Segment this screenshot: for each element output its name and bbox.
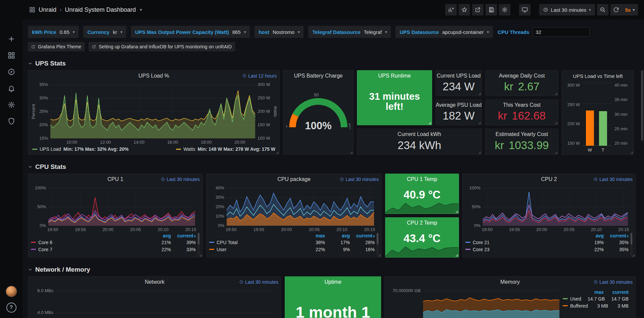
zoom-out-button[interactable] [597,4,608,15]
svg-text:6.0 MBs: 6.0 MBs [37,288,53,293]
time-range-picker[interactable]: Last 30 minutes ▾ [539,4,595,15]
panel-title[interactable]: UPS Runtime [378,73,411,79]
section-ups-stats[interactable]: UPS Stats [28,59,639,67]
tv-mode-button[interactable] [519,4,531,15]
sidebar-alerting-button[interactable] [4,82,19,95]
clock-icon [594,280,598,284]
cpu1-chart[interactable]: 100%50%0%19:5019:5520:0020:0520:1020:15 [31,185,200,232]
svg-text:200 W: 200 W [258,109,270,114]
bar-time-left[interactable] [599,111,607,146]
section-network-memory[interactable]: Network / Memory [28,266,639,274]
breadcrumb-dashboard-title[interactable]: Unraid System Dashboard [65,6,136,13]
panel-resize-handle[interactable] [455,254,458,257]
cpu2-chart[interactable]: 100%50%0%19:5019:5520:0020:0520:1020:15 [465,185,633,232]
caret-down-icon[interactable]: ▾ [140,7,142,12]
panel-title[interactable]: UPS Load vs Time left [573,73,623,79]
sidebar-dashboards-button[interactable] [4,49,19,62]
panel-resize-handle[interactable] [378,254,381,257]
panel-title[interactable]: Average PSU Load [436,102,482,108]
panel-resize-handle[interactable] [478,151,481,154]
save-dashboard-button[interactable] [486,4,497,15]
refresh-interval-picker[interactable]: 5s ▾ [622,4,638,15]
legend-sort-avg[interactable]: avg [146,233,171,238]
legend-item-watts[interactable]: Watts Min: 148 W Max: 278 W Avg: 175 W [176,146,275,152]
legend-sort-current[interactable]: current [604,233,629,238]
panel-resize-handle[interactable] [555,122,557,124]
panel-title[interactable]: CPU 2 [541,176,557,182]
stat-value: 234 kWh [398,140,441,151]
panel-resize-handle[interactable] [428,122,431,124]
panel-resize-handle[interactable] [455,210,458,213]
panel-title[interactable]: CPU 2 Temp [407,220,437,226]
scrollbar-thumb[interactable] [641,70,643,141]
breadcrumb-folder[interactable]: Unraid [39,6,56,13]
network-chart[interactable]: 6.0 MBs4.0 MBs2.0 MBs0 MBs [31,287,278,318]
variable-host[interactable]: host Nostromo ▾ [255,26,304,38]
cpu-package-chart[interactable]: 40%30%20%10%0%19:5019:5520:0020:0520:102… [209,185,379,232]
grafana-logo[interactable] [5,4,18,17]
panel-resize-handle[interactable] [478,92,481,95]
panel-title[interactable]: Estimated Yearly Cost [496,131,548,137]
ups-load-chart[interactable]: 35%30%25%20%15%300 W250 W200 W150 W100 W… [31,81,277,145]
add-panel-button[interactable] [445,4,457,15]
ups-vs-time-bargauge[interactable]: 300 W 250 W 200 W 150 W W T 40 min [565,81,631,153]
panel-title[interactable]: Network [145,279,165,285]
legend-sort-avg[interactable]: avg [325,233,350,238]
svg-text:19:55: 19:55 [253,227,264,232]
dashboard-link-ups-guide[interactable]: Setting up Grafana and InfluxDB for UPS … [89,42,235,51]
panel-title[interactable]: CPU 1 [107,176,123,182]
sidebar-admin-button[interactable] [4,115,19,128]
panel-title[interactable]: Memory [500,279,520,285]
variable-kwh-price[interactable]: kWh Price 0.65 ▾ [28,26,79,38]
panel-title[interactable]: CPU 1 Temp [407,176,437,182]
variable-ups-max-output[interactable]: UPS Max Output Power Capacity (Watt) 865… [131,26,250,38]
panel-resize-handle[interactable] [632,254,635,257]
legend-scrollbar[interactable] [376,232,379,256]
panel-title[interactable]: Average Daily Cost [499,73,545,79]
svg-text:100%: 100% [35,185,46,190]
variable-telegraf-datasource[interactable]: Telegraf Datasource Telegraf ▾ [308,26,391,38]
legend-sort-current[interactable]: current [604,289,629,295]
user-avatar[interactable] [6,286,17,297]
panel-title[interactable]: This Years Cost [503,102,541,108]
panel-resize-handle[interactable] [478,122,481,124]
legend-sort-current[interactable]: current [171,233,196,238]
share-dashboard-button[interactable] [472,4,484,15]
panel-resize-handle[interactable] [555,92,557,95]
sidebar-configuration-button[interactable] [4,98,19,111]
panel-title[interactable]: CPU package [277,176,311,182]
variable-currency[interactable]: Currency kr ▾ [83,26,126,38]
legend-item-ups-load[interactable]: UPS Load Min: 17% Max: 32% Avg: 20% [32,146,129,152]
panel-resize-handle[interactable] [630,151,633,154]
panel-resize-handle[interactable] [276,151,279,154]
legend-sort-current[interactable]: current [350,233,375,238]
dashboard-link-plex-theme[interactable]: Grafana Plex Theme [28,42,85,51]
sidebar-help-button[interactable]: ? [6,303,16,313]
panel-resize-handle[interactable] [555,151,557,154]
panel-resize-handle[interactable] [199,254,202,257]
section-cpu-stats[interactable]: CPU Stats [28,163,639,171]
svg-text:Watts: Watts [273,106,277,117]
legend-sort-max[interactable]: max [300,233,325,238]
battery-gauge[interactable]: 050100100% [286,81,351,153]
dashboard-settings-button[interactable] [499,4,510,15]
legend-scrollbar[interactable] [630,232,633,256]
bar-watts[interactable] [586,110,594,146]
sidebar-create-button[interactable] [4,32,19,45]
legend-sort-avg[interactable]: avg [579,233,604,238]
panel-title[interactable]: UPS Load % [138,73,169,79]
refresh-button[interactable] [610,4,622,15]
panel-title[interactable]: Current UPS Load [437,73,481,79]
variable-ups-datasource[interactable]: UPS Datasource apcupsd-container ▾ [396,26,493,38]
page-scrollbar[interactable] [641,20,644,318]
panel-resize-handle[interactable] [350,151,353,154]
legend-sort-max[interactable]: max [579,289,604,295]
legend-scrollbar[interactable] [197,232,200,256]
mark-favorite-button[interactable] [459,4,470,15]
sidebar-explore-button[interactable] [4,65,19,78]
cpu-threads-input[interactable] [533,27,590,37]
panel-title[interactable]: Current Load kWh [398,131,441,137]
panel-title[interactable]: Uptime [324,279,341,285]
memory-chart[interactable]: 70.000000 GB60.000000 GB50.000000 GB [387,287,563,318]
panel-title[interactable]: UPS Battery Charge [294,73,343,79]
